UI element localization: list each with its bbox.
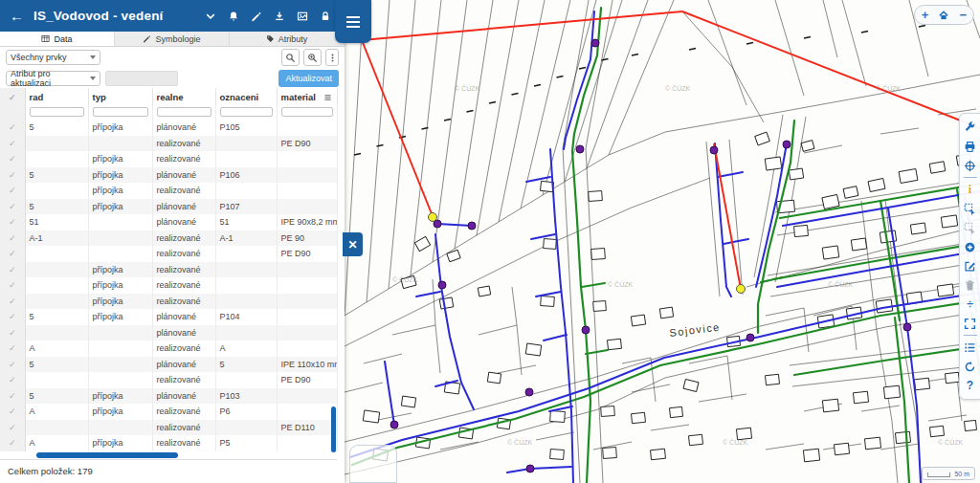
row-checkbox[interactable]: ✓ [0, 246, 25, 262]
row-checkbox[interactable]: ✓ [0, 199, 25, 215]
select-disabled-icon[interactable] [962, 219, 979, 236]
select-all-checkbox[interactable]: ✓ [0, 88, 25, 105]
update-button[interactable]: Aktualizovat [278, 70, 339, 87]
lock-icon[interactable] [316, 9, 335, 24]
row-checkbox[interactable]: ✓ [0, 435, 25, 451]
wrench-icon[interactable] [962, 119, 979, 136]
touch-zoom-widget[interactable] [349, 445, 397, 483]
tab-symbologie[interactable]: Symbologie [115, 32, 230, 46]
row-checkbox[interactable]: ✓ [0, 325, 25, 341]
row-checkbox[interactable]: ✓ [0, 277, 25, 294]
table-row[interactable]: ✓ApřípojkarealizovanéP6 [0, 404, 337, 420]
search-zoom-button[interactable] [303, 49, 322, 66]
table-row[interactable]: ✓5přípojkaplánovanéP104 [0, 309, 337, 325]
cell-realne: plánované [152, 309, 215, 325]
column-header-rad[interactable]: rad [25, 88, 88, 105]
row-checkbox[interactable]: ✓ [0, 183, 25, 199]
column-header-realne[interactable]: realne [152, 88, 215, 105]
table-row[interactable]: ✓přípojkarealizované [0, 277, 337, 294]
tab-data[interactable]: Data [0, 32, 115, 46]
trash-icon[interactable] [962, 276, 979, 294]
row-checkbox[interactable]: ✓ [0, 340, 25, 357]
table-row[interactable]: ✓5přípojkaplánovanéP107 [0, 199, 337, 215]
vertical-scrollbar[interactable] [331, 406, 336, 452]
globe-icon[interactable] [962, 157, 979, 174]
row-checkbox[interactable]: ✓ [0, 214, 25, 231]
filter-input-rad[interactable] [30, 107, 84, 117]
panel-menu-button[interactable] [335, 0, 371, 43]
row-checkbox[interactable]: ✓ [0, 372, 25, 388]
add-circle-icon[interactable] [962, 238, 979, 255]
table-row[interactable]: ✓51plánované51IPE 90x8,2 mm [0, 214, 337, 231]
table-row[interactable]: ✓realizovanéPE D90 [0, 246, 337, 262]
svg-text:© ČÚZK: © ČÚZK [876, 84, 901, 92]
filter-input-oznaceni[interactable] [220, 107, 273, 117]
expand-icon[interactable] [962, 315, 979, 332]
back-button[interactable]: ← [10, 9, 24, 23]
row-checkbox[interactable]: ✓ [0, 262, 25, 278]
row-checkbox[interactable]: ✓ [0, 136, 25, 152]
column-header-material[interactable]: material [277, 88, 337, 105]
row-checkbox[interactable]: ✓ [0, 294, 25, 310]
table-row[interactable]: ✓přípojkarealizované [0, 262, 337, 278]
row-checkbox[interactable]: ✓ [0, 151, 25, 167]
table-row[interactable]: ✓5plánované5IPE 110x10 mm [0, 357, 337, 373]
column-menu-button[interactable] [322, 91, 335, 103]
help-icon[interactable]: ? [962, 377, 979, 394]
list-icon[interactable] [962, 339, 979, 356]
table-row[interactable]: ✓5přípojkaplánovanéP105 [0, 120, 337, 136]
filter-input-realne[interactable] [157, 107, 212, 117]
image-icon[interactable] [293, 9, 312, 24]
table-row[interactable]: ✓A-1realizovanéA-1PE 90 [0, 231, 337, 247]
bell-icon[interactable] [224, 9, 243, 24]
cell-typ [88, 246, 152, 262]
chevron-down-icon[interactable] [201, 9, 220, 24]
row-checkbox[interactable]: ✓ [0, 357, 25, 373]
zoom-out-button[interactable]: − [959, 9, 967, 21]
select-icon[interactable] [962, 200, 979, 217]
panel-close-button[interactable]: ✕ [343, 232, 363, 256]
table-row[interactable]: ✓realizovanéPE D110 [0, 420, 337, 436]
table-row[interactable]: ✓realizovanéPE D90 [0, 372, 337, 388]
column-header-oznaceni[interactable]: oznaceni [215, 88, 277, 105]
info-icon[interactable]: i [962, 181, 979, 198]
filter-input-typ[interactable] [93, 107, 148, 117]
zoom-in-button[interactable]: + [922, 9, 929, 21]
row-checkbox[interactable]: ✓ [0, 420, 25, 436]
home-button[interactable] [938, 10, 949, 21]
svg-text:© ČÚZK: © ČÚZK [392, 275, 417, 283]
divide-icon[interactable]: ÷ [962, 296, 979, 313]
row-checkbox[interactable]: ✓ [0, 231, 25, 247]
layer-select[interactable]: Všechny prvky [6, 50, 100, 65]
filter-input-material[interactable] [281, 107, 333, 117]
tab-atributy[interactable]: Atributy [230, 32, 345, 46]
printer-icon[interactable] [962, 138, 979, 155]
search-button[interactable] [281, 49, 300, 66]
table-row[interactable]: ✓ApřípojkarealizovanéP5 [0, 435, 337, 451]
table-row[interactable]: ✓přípojkarealizované [0, 183, 337, 199]
table-row[interactable]: ✓plánované [0, 325, 337, 341]
horizontal-scrollbar[interactable] [36, 452, 178, 458]
table-row[interactable]: ✓přípojkarealizované [0, 151, 337, 167]
map-canvas[interactable]: © ČÚZK© ČÚZK© ČÚZK© ČÚZK© ČÚZK© ČÚZK© ČÚ… [345, 0, 980, 483]
table-row[interactable]: ✓5přípojkaplánovanéP103 [0, 388, 337, 405]
attribute-select[interactable]: Atribut pro aktualizaci [6, 71, 100, 86]
table-row[interactable]: ✓ArealizovanéA [0, 340, 337, 357]
download-icon[interactable] [270, 9, 289, 24]
cell-oznaceni: A-1 [215, 231, 277, 247]
row-checkbox[interactable]: ✓ [0, 388, 25, 405]
row-checkbox[interactable]: ✓ [0, 120, 25, 136]
cell-rad [25, 372, 88, 388]
edit-icon[interactable] [962, 257, 979, 274]
row-checkbox[interactable]: ✓ [0, 167, 25, 184]
history-icon[interactable] [962, 358, 979, 375]
table-row[interactable]: ✓5přípojkaplánovanéP106 [0, 167, 337, 184]
more-options-button[interactable] [325, 49, 339, 66]
table-row[interactable]: ✓přípojkarealizované [0, 294, 337, 310]
pencil-icon[interactable] [247, 9, 266, 24]
column-header-typ[interactable]: typ [88, 88, 152, 105]
row-checkbox[interactable]: ✓ [0, 404, 25, 420]
table-row[interactable]: ✓realizovanéPE D90 [0, 136, 337, 152]
attribute-value-input[interactable] [105, 71, 178, 86]
row-checkbox[interactable]: ✓ [0, 309, 25, 325]
